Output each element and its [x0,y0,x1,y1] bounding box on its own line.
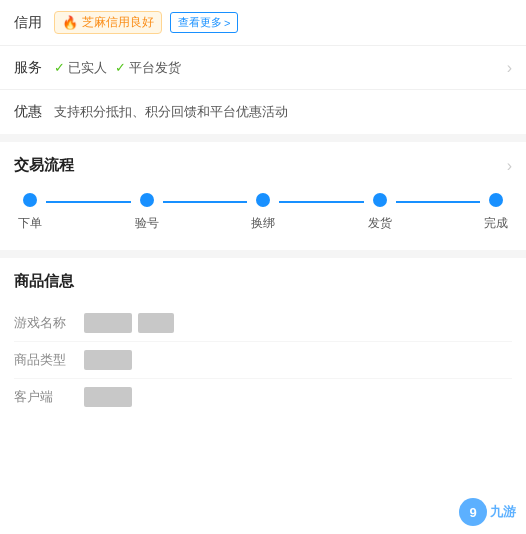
transaction-title: 交易流程 [14,156,74,175]
transaction-chevron: › [507,157,512,175]
flow-dot-4 [373,193,387,207]
blur-block-type [84,350,132,370]
flow-step-5: 完成 [484,193,508,232]
flow-container: 下单 验号 换绑 发货 完成 [14,193,512,232]
product-section-title: 商品信息 [14,272,512,291]
service-text-2: 平台发货 [129,59,181,77]
check-icon-2: ✓ [115,60,126,75]
product-label-game: 游戏名称 [14,314,84,332]
fire-icon: 🔥 [62,15,78,30]
service-row[interactable]: 服务 ✓ 已实人 ✓ 平台发货 › [0,46,526,90]
product-section: 商品信息 游戏名称 商品类型 客户端 [0,258,526,534]
view-more-chevron: > [224,17,230,29]
discount-text: 支持积分抵扣、积分回馈和平台优惠活动 [54,103,288,121]
service-content: ✓ 已实人 ✓ 平台发货 [54,59,507,77]
product-row-type: 商品类型 [14,342,512,379]
transaction-header: 交易流程 › [14,156,512,175]
service-label: 服务 [14,59,44,77]
credit-row: 信用 🔥 芝麻信用良好 查看更多 > [0,0,526,46]
watermark-logo-text: 9 [469,505,476,520]
service-chevron: › [507,59,512,77]
flow-step-1: 下单 [18,193,42,232]
discount-label: 优惠 [14,103,44,121]
product-row-game: 游戏名称 [14,305,512,342]
flow-dot-3 [256,193,270,207]
product-value-client [84,387,132,407]
flow-label-5: 完成 [484,215,508,232]
product-label-type: 商品类型 [14,351,84,369]
watermark-logo: 9 [459,498,487,526]
flow-line-2 [163,201,248,203]
service-text-1: 已实人 [68,59,107,77]
flow-dot-5 [489,193,503,207]
product-value-game [84,313,174,333]
check-icon-1: ✓ [54,60,65,75]
blur-block-game-1 [84,313,132,333]
credit-badge-text: 芝麻信用良好 [82,14,154,31]
flow-step-3: 换绑 [251,193,275,232]
discount-row: 优惠 支持积分抵扣、积分回馈和平台优惠活动 [0,90,526,134]
flow-label-3: 换绑 [251,215,275,232]
discount-content: 支持积分抵扣、积分回馈和平台优惠活动 [54,103,512,121]
flow-label-4: 发货 [368,215,392,232]
watermark: 9 九游 [459,498,516,526]
service-item-shipping: ✓ 平台发货 [115,59,181,77]
flow-step-4: 发货 [368,193,392,232]
credit-badge: 🔥 芝麻信用良好 [54,11,162,34]
blur-block-client [84,387,132,407]
main-container: 信用 🔥 芝麻信用良好 查看更多 > 服务 ✓ 已实人 [0,0,526,534]
flow-label-2: 验号 [135,215,159,232]
credit-label: 信用 [14,14,44,32]
flow-line-3 [279,201,364,203]
flow-step-2: 验号 [135,193,159,232]
watermark-brand: 九游 [490,503,516,521]
transaction-section: 交易流程 › 下单 验号 换绑 发货 [0,142,526,250]
view-more-label: 查看更多 [178,15,222,30]
product-row-client: 客户端 [14,379,512,415]
flow-line-1 [46,201,131,203]
product-value-type [84,350,132,370]
service-item-realname: ✓ 已实人 [54,59,107,77]
blur-block-game-2 [138,313,174,333]
view-more-button[interactable]: 查看更多 > [170,12,238,33]
flow-line-4 [396,201,481,203]
product-label-client: 客户端 [14,388,84,406]
flow-label-1: 下单 [18,215,42,232]
flow-dot-2 [140,193,154,207]
credit-content: 🔥 芝麻信用良好 查看更多 > [54,11,512,34]
flow-dot-1 [23,193,37,207]
info-section: 信用 🔥 芝麻信用良好 查看更多 > 服务 ✓ 已实人 [0,0,526,134]
